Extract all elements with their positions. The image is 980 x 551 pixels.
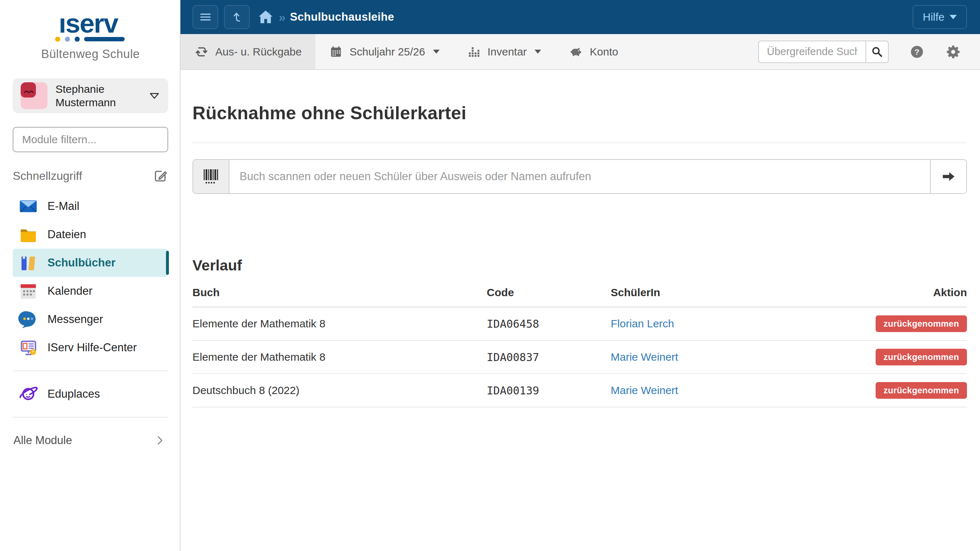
sidebar-item-help-center[interactable]: ? IServ Hilfe-Center [13,333,168,362]
svg-text:ıserv: ıserv [59,10,119,38]
navigate-up-button[interactable] [224,5,250,29]
help-dropdown-button[interactable]: Hilfe [913,5,967,29]
home-icon [256,8,275,26]
settings-button[interactable] [945,44,961,60]
student-link[interactable]: Marie Weinert [611,351,678,363]
chevron-down-icon [433,50,440,54]
table-row: Elemente der Mathematik 8 IDA06458 Flori… [192,307,967,341]
column-header-action: Aktion [866,274,967,307]
edit-pencil-icon[interactable] [153,168,168,183]
module-menu: E-Mail Dateien Schulbücher Kalender Mess… [13,192,168,408]
chat-bubble-icon [18,309,39,330]
history-title: Verlauf [192,257,967,274]
avatar [21,82,48,109]
arrow-up-icon [230,10,244,24]
help-circle-button[interactable]: ? [909,44,925,60]
table-header-row: Buch Code SchülerIn Aktion [192,274,967,307]
student-link[interactable]: Florian Lerch [611,318,674,330]
search-button[interactable] [865,41,889,63]
chevron-right-icon [154,434,166,447]
status-badge: zurückgenommen [876,382,967,399]
sidebar-item-schoolbooks[interactable]: Schulbücher [13,249,168,277]
sidebar-item-messenger[interactable]: Messenger [13,305,168,333]
search-icon [870,45,884,58]
planet-icon [18,384,39,404]
book-code: IDA00837 [487,341,611,374]
email-icon [18,196,39,217]
global-search-input[interactable] [758,41,865,63]
student-link[interactable]: Marie Weinert [611,384,678,396]
sidebar-toggle-button[interactable] [192,5,218,29]
history-table: Buch Code SchülerIn Aktion Elemente der … [192,274,967,408]
user-name: Stephanie Mustermann [56,82,116,109]
calendar-icon [18,280,39,302]
column-header-book: Buch [192,274,487,307]
user-menu[interactable]: Stephanie Mustermann [13,78,168,113]
table-row: Deutschbuch 8 (2022) IDA00139 Marie Wein… [192,374,967,407]
barcode-icon [202,167,220,186]
chevron-down-icon [950,15,957,19]
iserv-logo[interactable]: ıserv Bültenweg Schule [13,10,168,61]
book-scan-group [192,159,967,194]
tab-schuljahr[interactable]: Schuljahr 25/26 [315,34,453,69]
column-header-code: Code [487,274,611,307]
exchange-icon [194,45,209,59]
module-menubar: Aus- u. Rückgabe Schuljahr 25/26 Inventa… [180,34,980,70]
sidebar-item-email[interactable]: E-Mail [13,192,168,220]
sidebar-item-eduplaces[interactable]: Eduplaces [13,380,168,408]
book-scan-input[interactable] [229,160,930,193]
top-navbar: » Schulbuchausleihe Hilfe [180,0,980,34]
calendar-small-icon [329,45,343,59]
table-row: Elemente der Mathematik 8 IDA00837 Marie… [192,341,967,374]
book-title: Elemente der Mathematik 8 [192,307,487,341]
avatar-face-icon [21,82,48,109]
svg-text:?: ? [32,349,35,354]
barcode-addon [193,160,229,193]
book-code: IDA06458 [487,307,611,341]
tab-konto[interactable]: Konto [555,34,632,69]
inventory-chart-icon [467,45,481,59]
all-modules-link[interactable]: Alle Module [13,426,168,455]
module-filter-input[interactable] [13,127,168,152]
column-header-student: SchülerIn [611,274,866,307]
gear-icon [945,44,961,59]
title-divider [192,142,967,143]
chevron-down-icon [149,91,160,100]
book-title: Deutschbuch 8 (2022) [192,374,487,407]
book-title: Elemente der Mathematik 8 [192,341,487,374]
breadcrumb-title: Schulbuchausleihe [290,11,394,24]
book-code: IDA00139 [487,374,611,407]
status-badge: zurückgenommen [876,315,967,332]
scan-submit-button[interactable] [930,160,966,193]
help-center-icon: ? [18,337,39,358]
main-content: Rücknahme ohne Schülerkartei Verlauf [180,70,980,551]
question-circle-icon: ? [909,44,924,59]
iserv-logo-icon: ıserv [54,10,127,43]
sidebar: ıserv Bültenweg Schule Stephanie Musterm… [0,0,180,551]
tab-inventar[interactable]: Inventar [453,34,555,69]
piggy-bank-icon [569,45,583,59]
sidebar-item-calendar[interactable]: Kalender [13,277,168,305]
school-name: Bültenweg Schule [13,47,168,61]
sidebar-divider [13,371,168,371]
status-badge: zurückgenommen [876,349,967,365]
arrow-right-icon [940,169,956,185]
sidebar-item-files[interactable]: Dateien [13,220,168,249]
global-search [758,41,889,63]
breadcrumb-separator: » [279,10,286,24]
hamburger-icon [199,10,212,24]
breadcrumb[interactable]: » Schulbuchausleihe [256,8,394,26]
books-icon [18,252,39,273]
tab-ausgabe-rueckgabe[interactable]: Aus- u. Rückgabe [180,34,315,69]
svg-text:?: ? [915,47,920,57]
page-title: Rücknahme ohne Schülerkartei [192,103,967,124]
chevron-down-icon [535,50,541,54]
folder-icon [18,224,39,245]
sidebar-divider [13,417,168,417]
quick-access-label: Schnellzugriff [13,169,82,183]
